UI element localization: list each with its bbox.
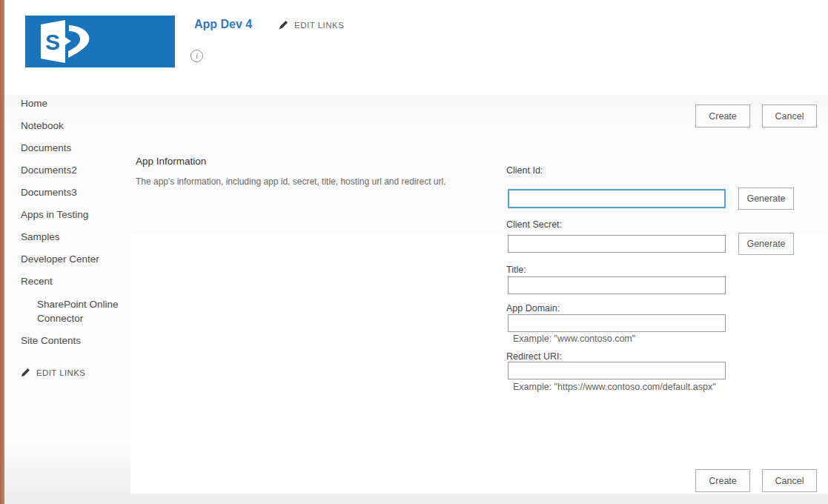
header: S App Dev 4 EDIT LINKS i <box>4 0 828 95</box>
section-description: The app's information, including app id,… <box>136 176 462 187</box>
client-secret-row: Generate <box>508 233 794 255</box>
sidebar-item-notebook[interactable]: Notebook <box>21 119 132 133</box>
sidebar-item-site-contents[interactable]: Site Contents <box>21 334 132 348</box>
title-label: Title: <box>506 265 526 275</box>
app-domain-label: App Domain: <box>506 303 560 314</box>
header-edit-links[interactable]: EDIT LINKS <box>279 20 344 30</box>
site-title[interactable]: App Dev 4 <box>194 18 252 31</box>
client-id-label: Client Id: <box>506 165 543 176</box>
sidebar-edit-links-label: EDIT LINKS <box>36 368 85 377</box>
section-title: App Information <box>136 156 206 167</box>
redirect-uri-example: Example: "https://www.contoso.com/defaul… <box>513 382 716 392</box>
edit-pencil-icon <box>21 368 30 377</box>
sidebar-item-documents2[interactable]: Documents2 <box>21 164 132 177</box>
client-secret-input[interactable] <box>508 235 726 253</box>
sidebar-item-sharepoint-online-connector[interactable]: SharePoint Online Connector <box>21 297 132 325</box>
cancel-button-bottom[interactable]: Cancel <box>762 469 817 492</box>
generate-client-id-button[interactable]: Generate <box>738 188 794 210</box>
svg-text:S: S <box>45 30 60 54</box>
app-domain-example: Example: "www.contoso.com" <box>513 334 635 344</box>
app-domain-input[interactable] <box>508 314 726 332</box>
app-domain-row <box>508 314 726 332</box>
header-edit-links-label: EDIT LINKS <box>294 21 344 30</box>
sidebar-item-apps-in-testing[interactable]: Apps in Testing <box>21 208 132 222</box>
sidebar-item-documents[interactable]: Documents <box>21 142 132 155</box>
sidebar-edit-links[interactable]: EDIT LINKS <box>21 368 85 377</box>
client-id-input[interactable] <box>508 189 726 208</box>
create-button-bottom[interactable]: Create <box>695 469 750 492</box>
sidebar-item-developer-center[interactable]: Developer Center <box>21 253 132 266</box>
sidebar-item-documents3[interactable]: Documents3 <box>21 186 132 199</box>
sidebar-item-samples[interactable]: Samples <box>21 231 132 244</box>
sidebar-item-home[interactable]: Home <box>21 97 132 110</box>
generate-client-secret-button[interactable]: Generate <box>738 233 794 255</box>
redirect-uri-row <box>508 362 726 379</box>
info-icon[interactable]: i <box>191 50 203 62</box>
cancel-button-top[interactable]: Cancel <box>762 105 817 127</box>
create-button-top[interactable]: Create <box>695 105 750 127</box>
page: S App Dev 4 EDIT LINKS i Home Notebook D… <box>0 0 828 504</box>
redirect-uri-label: Redirect URI: <box>506 351 562 362</box>
edit-pencil-icon <box>279 20 288 30</box>
redirect-uri-input[interactable] <box>508 362 726 379</box>
title-row <box>508 276 726 294</box>
client-id-row: Generate <box>508 188 794 210</box>
title-input[interactable] <box>508 276 726 294</box>
client-secret-label: Client Secret: <box>506 219 562 230</box>
sharepoint-logo: S <box>25 16 175 67</box>
sidebar-item-recent[interactable]: Recent <box>21 275 132 288</box>
sidebar-nav: Home Notebook Documents Documents2 Docum… <box>21 97 132 357</box>
